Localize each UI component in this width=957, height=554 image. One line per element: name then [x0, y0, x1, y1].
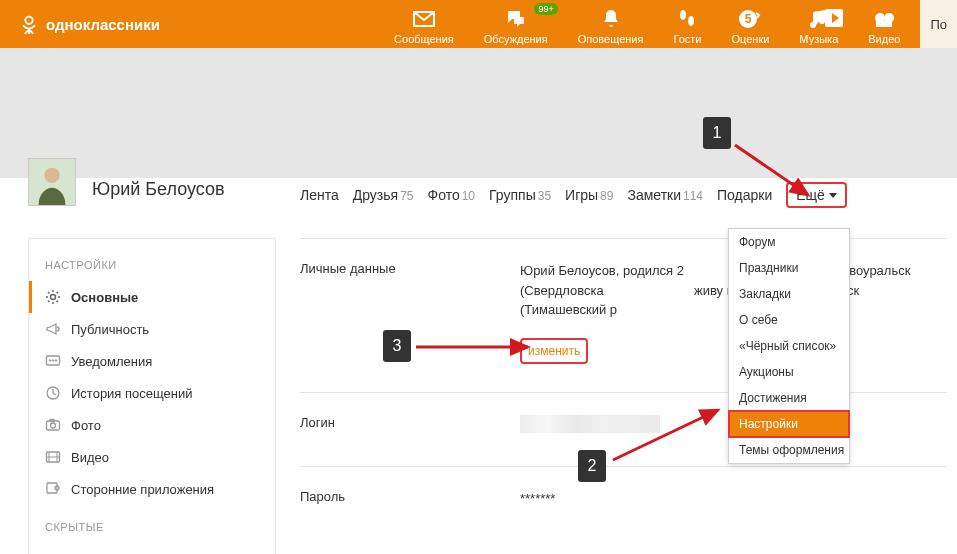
settings-content: Личные данные Юрий Белоусов, родился 2 г… [276, 238, 957, 554]
play-icon [825, 9, 843, 27]
sidebar-item-apps[interactable]: Сторонние приложения [29, 473, 275, 505]
change-link[interactable]: изменить [520, 338, 588, 364]
cover-banner [0, 48, 957, 178]
profile-tabs: Лента Друзья75 Фото10 Группы35 Игры89 За… [300, 182, 847, 208]
annotation-3: 3 [383, 330, 411, 362]
annotation-1: 1 [703, 117, 731, 149]
nav-label: Гости [673, 33, 701, 45]
dd-item-achievements[interactable]: Достижения [729, 385, 849, 411]
nav-guests[interactable]: Гости [673, 7, 701, 45]
chat-icon [504, 7, 528, 31]
svg-text:5: 5 [745, 12, 752, 26]
tab-notes[interactable]: Заметки114 [627, 187, 703, 203]
sidebar-heading-hidden: СКРЫТЫЕ [29, 515, 275, 543]
nav-label: Сообщения [394, 33, 454, 45]
camera-icon [45, 417, 61, 433]
nav-badge: 99+ [534, 3, 557, 15]
field-label: Пароль [300, 489, 520, 509]
svg-point-1 [680, 10, 686, 20]
nav-messages[interactable]: Сообщения [394, 7, 454, 45]
sidebar-item-label: Фото [71, 418, 101, 433]
five-icon: 5 [738, 7, 762, 31]
dd-item-settings[interactable]: Настройки [728, 410, 850, 438]
nav-label: Обсуждения [484, 33, 548, 45]
megaphone-icon [45, 321, 61, 337]
nav-notifications[interactable]: Оповещения [578, 7, 644, 45]
svg-point-0 [25, 17, 32, 24]
tab-more-button[interactable]: Ещё [786, 182, 847, 208]
svg-point-10 [51, 295, 56, 300]
sidebar-item-label: Видео [71, 450, 109, 465]
dd-item-themes[interactable]: Темы оформления [729, 437, 849, 463]
nav-label: Оповещения [578, 33, 644, 45]
sidebar-item-label: Уведомления [71, 354, 152, 369]
field-label: Логин [300, 415, 520, 439]
field-value: ******* [520, 489, 947, 509]
footsteps-icon [675, 7, 699, 31]
nav-ratings[interactable]: 5 Оценки [731, 7, 769, 45]
sidebar-item-label: Публичность [71, 322, 149, 337]
message-icon [45, 353, 61, 369]
film-icon [45, 449, 61, 465]
sidebar-heading: НАСТРОЙКИ [29, 253, 275, 281]
ok-logo-icon [18, 13, 40, 35]
bell-icon [599, 7, 623, 31]
envelope-icon [412, 7, 436, 31]
svg-point-13 [52, 360, 54, 362]
nav-video[interactable]: Видео [868, 7, 900, 45]
dd-item-forum[interactable]: Форум [729, 229, 849, 255]
header-right-button[interactable]: По [920, 0, 957, 48]
svg-point-17 [51, 423, 56, 428]
sidebar-item-label: История посещений [71, 386, 193, 401]
tab-games[interactable]: Игры89 [565, 187, 613, 203]
more-dropdown: Форум Праздники Закладки О себе «Чёрный … [728, 228, 850, 464]
video-icon [872, 7, 896, 31]
tab-gifts[interactable]: Подарки [717, 187, 772, 203]
dd-item-holidays[interactable]: Праздники [729, 255, 849, 281]
nav-discussions[interactable]: 99+ Обсуждения [484, 7, 548, 45]
sidebar-item-publicity[interactable]: Публичность [29, 313, 275, 345]
sidebar-item-video[interactable]: Видео [29, 441, 275, 473]
puzzle-icon [45, 481, 61, 497]
tab-groups[interactable]: Группы35 [489, 187, 551, 203]
sidebar-item-notify[interactable]: Уведомления [29, 345, 275, 377]
sidebar-item-photo[interactable]: Фото [29, 409, 275, 441]
svg-point-14 [55, 360, 57, 362]
svg-point-2 [688, 16, 694, 26]
chevron-down-icon [829, 193, 837, 198]
sidebar-item-history[interactable]: История посещений [29, 377, 275, 409]
svg-point-9 [44, 168, 59, 183]
nav-label: Видео [868, 33, 900, 45]
login-value-blurred [520, 415, 660, 433]
dd-item-auctions[interactable]: Аукционы [729, 359, 849, 385]
svg-rect-7 [876, 21, 892, 27]
dd-item-blacklist[interactable]: «Чёрный список» [729, 333, 849, 359]
sidebar-item-main[interactable]: Основные [29, 281, 275, 313]
nav-music[interactable]: Музыка [799, 7, 838, 45]
logo-text: одноклассники [46, 16, 160, 33]
clock-icon [45, 385, 61, 401]
nav-label: Оценки [731, 33, 769, 45]
tab-friends[interactable]: Друзья75 [353, 187, 414, 203]
tab-feed[interactable]: Лента [300, 187, 339, 203]
sidebar-item-label: Сторонние приложения [71, 482, 214, 497]
logo[interactable]: одноклассники [18, 13, 160, 35]
more-label: Ещё [796, 187, 825, 203]
settings-sidebar: НАСТРОЙКИ Основные Публичность Уведомлен… [28, 238, 276, 554]
sidebar-item-label: Основные [71, 290, 138, 305]
top-nav: Сообщения 99+ Обсуждения Оповещения Гост… [394, 3, 900, 45]
annotation-2: 2 [578, 450, 606, 482]
tab-photos[interactable]: Фото10 [428, 187, 476, 203]
dd-item-about[interactable]: О себе [729, 307, 849, 333]
gear-icon [45, 289, 61, 305]
top-header: одноклассники Сообщения 99+ Обсуждения О… [0, 0, 957, 48]
section-password: Пароль ******* [300, 466, 947, 537]
dd-item-bookmarks[interactable]: Закладки [729, 281, 849, 307]
nav-label: Музыка [799, 33, 838, 45]
svg-point-12 [49, 360, 51, 362]
profile-tabs-row: Лента Друзья75 Фото10 Группы35 Игры89 За… [0, 182, 957, 208]
